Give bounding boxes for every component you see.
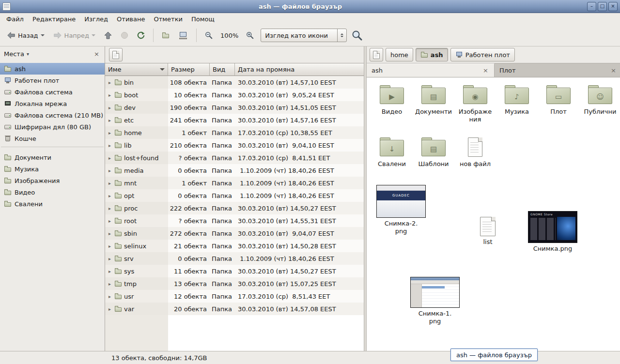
table-row[interactable]: ▸ mnt 1 обект Папка 1.10.2009 (чт) 18,40… [105,177,364,189]
expander-icon[interactable]: ▸ [107,243,112,249]
expander-icon[interactable]: ▸ [107,181,112,186]
expander-icon[interactable]: ▸ [107,306,112,312]
file-item-list[interactable]: list [472,217,503,246]
pathbar-button[interactable]: ash [416,48,448,61]
table-row[interactable]: ▸ srv 0 обекта Папка 1.10.2009 (чт) 18,4… [105,252,364,265]
view-mode-stepper-icon[interactable] [337,29,346,42]
table-row[interactable]: ▸ selinux 21 обекта Папка 30.03.2010 (вт… [105,240,364,252]
icon-grid-item[interactable]: ▭ Плот [539,84,578,116]
minimize-button[interactable]: – [587,2,596,11]
thumbnail-snimka-1[interactable]: Снимка-1. png [408,277,462,325]
table-row[interactable]: ▸ var 20 обекта Папка 30.03.2010 (вт) 14… [105,303,364,315]
table-row[interactable]: ▸ bin 108 обекта Папка 30.03.2010 (вт) 1… [105,76,364,89]
expander-icon[interactable]: ▸ [107,105,112,110]
table-row[interactable]: ▸ etc 241 обекта Папка 30.03.2010 (вт) 1… [105,114,364,126]
back-history-dropdown-icon[interactable] [41,34,45,38]
sidebar-item[interactable]: Документи [0,152,105,163]
sidebar-item[interactable]: Свалени [0,198,105,210]
sidebar-item[interactable]: ash [0,63,105,75]
icon-grid-item[interactable]: ☺ Публични [581,84,620,116]
back-button[interactable]: Назад [3,29,48,42]
sidebar-item[interactable]: Шифриран дял (80 GB) [0,121,105,133]
icon-grid-item[interactable]: нов файл [456,136,495,168]
expander-icon[interactable]: ▸ [107,168,112,173]
close-button[interactable]: × [608,2,618,11]
table-row[interactable]: ▸ proc 222 обекта Папка 30.03.2010 (вт) … [105,202,364,214]
icon-grid-item[interactable]: ◉ Изображения [456,84,495,123]
tab-close-icon[interactable]: × [610,67,617,74]
table-row[interactable]: ▸ sys 11 обекта Папка 30.03.2010 (вт) 14… [105,265,364,277]
sidebar-item[interactable]: Музика [0,163,105,175]
sidebar-item[interactable]: Видео [0,186,105,198]
expander-icon[interactable]: ▸ [107,155,112,161]
expander-icon[interactable]: ▸ [107,130,112,136]
search-button[interactable] [348,27,366,44]
expander-icon[interactable]: ▸ [107,256,112,261]
up-button[interactable] [100,29,116,42]
stop-button[interactable] [117,29,132,42]
column-header-size[interactable]: Размер [168,63,210,76]
table-row[interactable]: ▸ sbin 272 обекта Папка 30.03.2010 (вт) … [105,227,364,240]
table-row[interactable]: ▸ root ? обекта Папка 30.03.2010 (вт) 14… [105,214,364,227]
places-dropdown-icon[interactable]: ▾ [27,51,29,57]
column-header-type[interactable]: Вид [210,63,235,76]
expander-icon[interactable]: ▸ [107,206,112,211]
thumbnail-snimka[interactable]: GNOME Store Снимка.png [526,211,579,253]
table-row[interactable]: ▸ media 0 обекта Папка 1.10.2009 (чт) 18… [105,164,364,177]
table-row[interactable]: ▸ lib 210 обекта Папка 30.03.2010 (вт) 9… [105,139,364,152]
expander-icon[interactable]: ▸ [107,92,112,98]
expander-icon[interactable]: ▸ [107,143,112,148]
table-row[interactable]: ▸ dev 190 обекта Папка 30.03.2010 (вт) 1… [105,101,364,114]
sidebar-item[interactable]: Локална мрежа [0,98,105,109]
table-row[interactable]: ▸ opt 0 обекта Папка 1.10.2009 (чт) 18,4… [105,189,364,202]
menu-item[interactable]: Файл [2,14,28,24]
table-row[interactable]: ▸ home 1 обект Папка 17.03.2010 (ср) 10,… [105,126,364,139]
location-toggle-button[interactable] [109,48,123,61]
tab-close-icon[interactable]: × [482,67,489,74]
sidebar-item[interactable]: Файлова система (210 MB) [0,109,105,121]
icon-grid-item[interactable]: ▶ Видео [372,84,411,116]
home-button[interactable] [158,29,173,42]
table-row[interactable]: ▸ usr 12 обекта Папка 17.03.2010 (ср) 8,… [105,290,364,303]
zoom-out-button[interactable] [201,29,217,42]
expander-icon[interactable]: ▸ [107,281,112,287]
computer-button[interactable] [174,29,192,43]
maximize-button[interactable]: □ [598,2,607,11]
icon-grid-item[interactable]: ▤ Шаблони [414,136,453,168]
sidebar-close-icon[interactable]: × [93,50,101,58]
column-header-name[interactable]: Име [105,63,168,76]
location-toggle-button[interactable] [370,48,383,61]
icon-grid-item[interactable]: ▤ Документи [414,84,453,116]
pathbar-button[interactable]: home [386,48,413,61]
icon-grid-item[interactable]: ↓ Свалени [372,136,411,168]
view-mode-select[interactable]: Изглед като икони [261,29,347,42]
menu-item[interactable]: Изглед [80,14,112,24]
expander-icon[interactable]: ▸ [107,193,112,198]
taskbar-window-button[interactable]: ash — файлов браузър [450,349,538,361]
sidebar-item[interactable]: Работен плот [0,75,105,86]
table-row[interactable]: ▸ tmp 13 обекта Папка 30.03.2010 (вт) 15… [105,277,364,290]
thumbnail-snimka-2[interactable]: GUADEC Снимка-2. png [374,185,428,235]
expander-icon[interactable]: ▸ [107,294,112,299]
reload-button[interactable] [133,29,149,42]
tab[interactable]: ash × [367,63,495,77]
expander-icon[interactable]: ▸ [107,118,112,123]
table-row[interactable]: ▸ lost+found ? обекта Папка 17.03.2010 (… [105,152,364,164]
forward-button[interactable]: Напред [49,29,99,42]
expander-icon[interactable]: ▸ [107,269,112,274]
expander-icon[interactable]: ▸ [107,218,112,224]
expander-icon[interactable]: ▸ [107,231,112,236]
menu-item[interactable]: Отиване [112,14,149,24]
expander-icon[interactable]: ▸ [107,80,112,85]
menu-item[interactable]: Помощ [187,14,219,24]
menu-item[interactable]: Редактиране [28,14,80,24]
menu-item[interactable]: Отметки [149,14,186,24]
sidebar-item[interactable]: Изображения [0,175,105,186]
icon-grid-item[interactable]: ♪ Музика [497,84,536,116]
table-row[interactable]: ▸ boot 10 обекта Папка 30.03.2010 (вт) 9… [105,89,364,101]
sidebar-item[interactable]: Файлова система [0,86,105,98]
zoom-in-button[interactable] [242,29,258,42]
column-header-date[interactable]: Дата на промяна [235,63,364,76]
forward-history-dropdown-icon[interactable] [92,34,95,38]
sidebar-item[interactable]: Кошче [0,133,105,144]
